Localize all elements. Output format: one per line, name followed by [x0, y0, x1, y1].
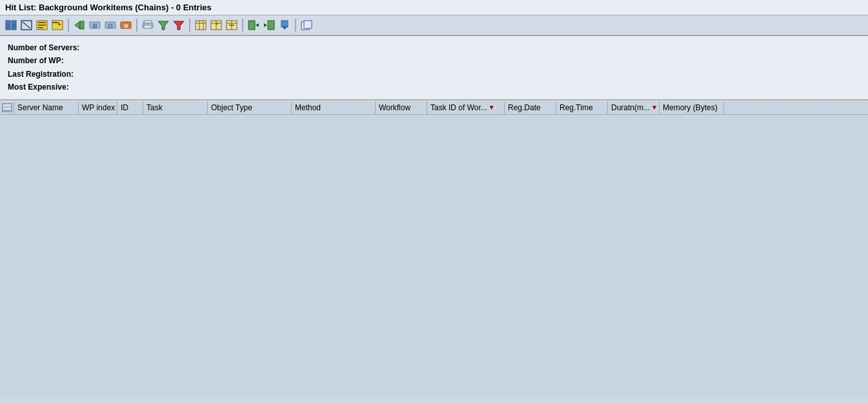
svg-rect-38: [248, 21, 255, 30]
sort-icon-task_id_wor: ▼: [489, 104, 495, 111]
col-header-reg_date[interactable]: Reg.Date: [505, 101, 556, 114]
print-btn[interactable]: [141, 18, 155, 32]
svg-marker-24: [158, 21, 168, 30]
svg-marker-13: [75, 21, 80, 29]
info-panel: Number of Servers: Number of WP: Last Re…: [0, 36, 868, 100]
select-all-btn[interactable]: [4, 18, 18, 32]
svg-rect-21: [144, 21, 152, 23]
sep3: [189, 19, 190, 32]
svg-rect-7: [38, 22, 46, 23]
col-header-reg_time[interactable]: Reg.Time: [556, 101, 608, 114]
num-servers-label: Number of Servers:: [8, 43, 79, 52]
num-wp-label: Number of WP:: [8, 56, 64, 65]
nav-btn2[interactable]: ⊟: [103, 18, 117, 32]
sort-icon-duratn: ▼: [651, 104, 658, 111]
last-reg-label: Last Registration:: [8, 70, 74, 79]
svg-rect-0: [6, 21, 10, 25]
svg-rect-3: [12, 26, 16, 30]
nav-btn3[interactable]: ⊠: [119, 18, 133, 32]
svg-text:⊠: ⊠: [124, 23, 128, 29]
edit-btn[interactable]: [50, 18, 65, 32]
svg-text:⊞: ⊞: [92, 23, 97, 29]
sep2: [136, 19, 137, 32]
table-container[interactable]: Server NameWP indexIDTaskObject TypeMeth…: [0, 101, 868, 397]
col-header-object_type[interactable]: Object Type: [208, 101, 292, 114]
page-title: Hit List: Background Workitems (Chains) …: [5, 3, 212, 12]
col-header-method[interactable]: Method: [292, 101, 376, 114]
col-header-task_id_wor[interactable]: Task ID of Wor...▼: [427, 101, 505, 114]
svg-rect-42: [281, 21, 288, 27]
export-btn2[interactable]: [262, 18, 276, 32]
col-header-task[interactable]: Task: [143, 101, 208, 114]
svg-marker-39: [256, 23, 259, 27]
sep1: [68, 19, 69, 32]
table-btn2[interactable]: [209, 18, 223, 32]
table-header: Server NameWP indexIDTaskObject TypeMeth…: [0, 101, 868, 115]
svg-rect-12: [52, 22, 58, 23]
col-header-workflow[interactable]: Workflow: [376, 101, 427, 114]
svg-rect-45: [304, 21, 312, 28]
svg-rect-23: [144, 25, 152, 28]
nav-first-btn[interactable]: ⊞: [88, 18, 102, 32]
sep5: [295, 19, 296, 32]
col-header-wp_index[interactable]: WP index: [79, 101, 117, 114]
svg-rect-33: [216, 23, 218, 25]
most-expensive-label: Most Expensive:: [8, 83, 69, 92]
col-header-server_name[interactable]: Server Name: [14, 101, 79, 114]
svg-rect-48: [3, 108, 11, 110]
sep4: [242, 19, 243, 32]
col-header-memory[interactable]: Memory (Bytes): [660, 101, 724, 114]
export-btn1[interactable]: [247, 18, 261, 32]
col-header-duratn[interactable]: Duratn(m...▼: [608, 101, 660, 114]
svg-rect-26: [196, 21, 206, 30]
export-btn3[interactable]: [278, 18, 292, 32]
svg-rect-9: [38, 27, 43, 28]
filter2-btn[interactable]: [172, 18, 186, 32]
deselect-btn[interactable]: [19, 18, 34, 32]
svg-text:⊟: ⊟: [108, 23, 113, 29]
col-header-id[interactable]: ID: [117, 101, 143, 114]
copy-btn[interactable]: [299, 18, 314, 32]
svg-marker-25: [174, 21, 184, 30]
main-content: Number of Servers: Number of WP: Last Re…: [0, 36, 868, 397]
svg-rect-47: [3, 104, 11, 106]
svg-marker-43: [282, 26, 287, 30]
toolbar: ⊞ ⊟ ⊠: [0, 15, 868, 36]
svg-marker-41: [264, 23, 267, 27]
table-btn1[interactable]: [194, 18, 208, 32]
svg-line-5: [23, 22, 30, 28]
back-btn[interactable]: [72, 18, 86, 32]
row-icon-header: [0, 101, 14, 114]
title-bar: Hit List: Background Workitems (Chains) …: [0, 0, 868, 15]
table-btn3[interactable]: [225, 18, 239, 32]
detail-btn[interactable]: [35, 18, 49, 32]
table-body: [0, 115, 868, 373]
svg-rect-14: [80, 21, 84, 29]
svg-rect-1: [12, 21, 16, 25]
svg-rect-2: [6, 26, 10, 30]
svg-rect-8: [38, 25, 46, 26]
svg-rect-40: [268, 21, 274, 30]
filter-btn[interactable]: [156, 18, 170, 32]
